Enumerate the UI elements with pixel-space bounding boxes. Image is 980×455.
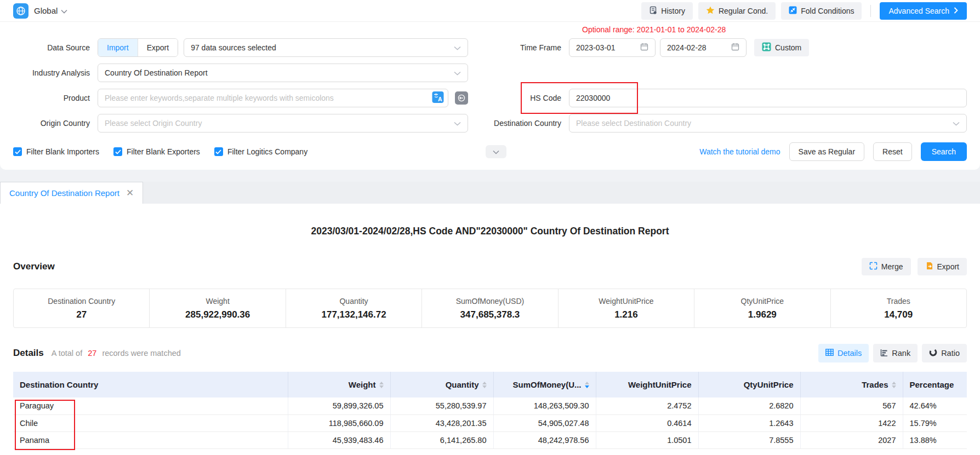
- star-icon: [706, 6, 715, 16]
- save-as-regular-button[interactable]: Save as Regular: [789, 142, 865, 161]
- chevron-right-icon: [954, 7, 958, 15]
- checkbox-checked-icon[interactable]: [113, 147, 122, 156]
- stat-label: QtyUnitPrice: [741, 297, 784, 306]
- toolbar-divider: [870, 5, 871, 17]
- cell-qty-unit-price: 1.2643: [698, 414, 800, 431]
- export-toggle[interactable]: Export: [138, 39, 178, 56]
- stat-label: Quantity: [339, 297, 368, 306]
- fold-conditions-button-label: Fold Conditions: [801, 7, 854, 15]
- calendar-icon: [640, 43, 648, 53]
- advanced-search-button[interactable]: Advanced Search: [880, 2, 967, 20]
- col-sum-of-money[interactable]: SumOfMoney(U...: [493, 372, 596, 398]
- import-toggle[interactable]: Import: [98, 39, 138, 56]
- checkbox-checked-icon[interactable]: [13, 147, 22, 156]
- sort-icon[interactable]: [379, 382, 384, 388]
- end-date-value: 2024-02-28: [667, 43, 706, 52]
- filter-panel: Optional range: 2021-01-01 to 2024-02-28…: [0, 22, 980, 170]
- filter-logitics-company-checkbox[interactable]: Filter Logitics Company: [214, 147, 307, 156]
- advanced-search-button-label: Advanced Search: [888, 7, 949, 15]
- filter-blank-exporters-checkbox[interactable]: Filter Blank Exporters: [113, 147, 200, 156]
- regular-cond-button[interactable]: Regular Cond.: [698, 2, 776, 20]
- view-details-button[interactable]: Details: [818, 344, 869, 362]
- table-row[interactable]: Paraguay 59,899,326.05 55,280,539.97 148…: [13, 398, 967, 414]
- merge-button[interactable]: Merge: [862, 258, 911, 275]
- reset-button[interactable]: Reset: [873, 142, 912, 161]
- summary-count: 27: [88, 349, 96, 358]
- optional-range-hint: Optional range: 2021-01-01 to 2024-02-28: [582, 25, 726, 34]
- stat-sum-of-money: SumOfMoney(USD) 347,685,378.3: [421, 289, 557, 327]
- stat-value: 27: [76, 309, 87, 320]
- data-source-select[interactable]: 97 data sources selected: [184, 38, 468, 57]
- destination-country-select[interactable]: Please select Destination Country: [569, 114, 967, 133]
- filter-blank-importers-checkbox[interactable]: Filter Blank Importers: [13, 147, 99, 156]
- start-date-input[interactable]: 2023-03-01: [569, 38, 656, 57]
- stat-qty-unit-price: QtyUnitPrice 1.9629: [694, 289, 830, 327]
- details-heading: Details: [13, 348, 44, 359]
- filter-logitics-company-label: Filter Logitics Company: [227, 147, 307, 156]
- stat-value: 1.216: [614, 309, 638, 320]
- filter-blank-importers-label: Filter Blank Importers: [26, 147, 99, 156]
- tutorial-demo-link[interactable]: Watch the tutorial demo: [699, 147, 780, 156]
- cell-quantity: 55,280,539.97: [390, 398, 493, 414]
- globe-icon: [13, 3, 29, 19]
- history-icon: [649, 6, 657, 16]
- exact-match-icon[interactable]: [455, 91, 468, 105]
- cell-weight-unit-price: 2.4752: [596, 398, 698, 414]
- close-icon[interactable]: ✕: [126, 188, 134, 198]
- rank-icon: [880, 349, 888, 358]
- table-row[interactable]: Panama 45,939,483.46 6,141,265.80 48,242…: [13, 431, 967, 448]
- hs-code-label: HS Code: [487, 94, 569, 102]
- region-selector-label[interactable]: Global: [34, 6, 58, 15]
- fold-conditions-button[interactable]: Fold Conditions: [781, 2, 862, 20]
- translate-icon[interactable]: A: [432, 91, 444, 105]
- stat-label: Weight: [206, 297, 229, 306]
- col-trades[interactable]: Trades: [800, 372, 903, 398]
- sort-icon[interactable]: [892, 382, 896, 388]
- chevron-down-icon[interactable]: [61, 7, 67, 15]
- cell-quantity: 43,428,201.35: [390, 414, 493, 431]
- stat-value: 1.9629: [748, 309, 777, 320]
- origin-country-select[interactable]: Please select Origin Country: [98, 114, 468, 133]
- view-rank-button[interactable]: Rank: [873, 344, 918, 362]
- overview-stats-card: Destination Country 27 Weight 285,922,99…: [13, 289, 967, 328]
- overview-heading: Overview: [13, 261, 55, 272]
- cell-trades: 1422: [800, 414, 903, 431]
- collapse-conditions-button[interactable]: [486, 145, 506, 158]
- stat-label: Destination Country: [48, 297, 115, 306]
- sort-icon-active-desc[interactable]: [585, 382, 589, 388]
- start-date-value: 2023-03-01: [576, 43, 616, 52]
- cell-percentage: 42.64%: [903, 398, 967, 414]
- regular-cond-button-label: Regular Cond.: [719, 7, 768, 15]
- col-quantity[interactable]: Quantity: [390, 372, 493, 398]
- chevron-down-icon: [493, 148, 499, 156]
- col-percentage: Percentage: [903, 372, 967, 398]
- summary-suffix: records were matched: [102, 349, 180, 358]
- product-input[interactable]: [98, 89, 448, 107]
- sort-icon[interactable]: [482, 382, 487, 388]
- chevron-down-icon: [454, 68, 461, 77]
- export-button[interactable]: Export: [918, 258, 967, 275]
- tab-country-of-destination-report[interactable]: Country Of Destination Report ✕: [0, 182, 143, 204]
- product-label: Product: [13, 94, 98, 102]
- summary-prefix: A total of: [52, 349, 82, 358]
- custom-range-button[interactable]: Custom: [754, 39, 809, 56]
- table-icon: [825, 349, 834, 358]
- pie-chart-icon: [929, 348, 937, 358]
- cell-sum-of-money: 54,905,027.48: [493, 414, 596, 431]
- search-button[interactable]: Search: [921, 142, 967, 161]
- hs-code-input[interactable]: [569, 89, 967, 107]
- industry-analysis-select[interactable]: Country Of Destination Report: [98, 64, 468, 82]
- table-row[interactable]: Chile 118,985,660.09 43,428,201.35 54,90…: [13, 414, 967, 431]
- cell-country[interactable]: Paraguay: [13, 398, 288, 414]
- col-weight[interactable]: Weight: [288, 372, 390, 398]
- cell-weight: 45,939,483.46: [288, 431, 390, 448]
- history-button[interactable]: History: [641, 2, 693, 20]
- end-date-input[interactable]: 2024-02-28: [660, 38, 747, 57]
- cell-country[interactable]: Panama: [13, 431, 288, 448]
- tab-label: Country Of Destination Report: [9, 188, 119, 198]
- checkbox-checked-icon[interactable]: [214, 147, 223, 156]
- report-content: 2023/03/01-2024/02/28,HS Code AND"220300…: [0, 204, 980, 455]
- calendar-icon: [731, 43, 739, 53]
- view-ratio-button[interactable]: Ratio: [922, 344, 967, 362]
- cell-country[interactable]: Chile: [13, 414, 288, 431]
